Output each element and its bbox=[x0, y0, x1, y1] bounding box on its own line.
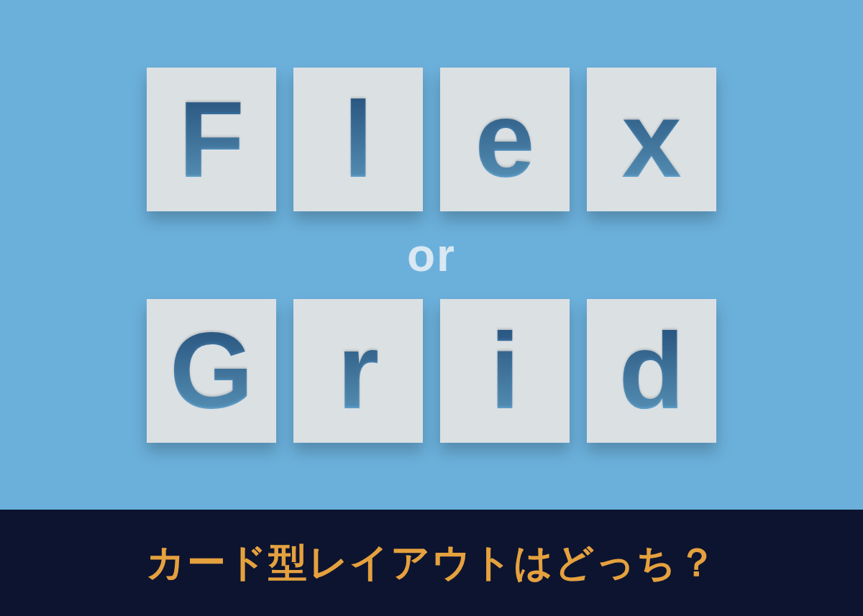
letter-g: G bbox=[170, 317, 254, 425]
letter-card-r: r bbox=[293, 299, 423, 443]
footer-section: カード型レイアウトはどっち？ bbox=[0, 510, 863, 616]
letter-card-i: i bbox=[440, 299, 570, 443]
letter-x: x bbox=[621, 86, 681, 193]
letter-card-x: x bbox=[587, 68, 716, 211]
letter-f: F bbox=[178, 86, 245, 193]
letter-card-l: l bbox=[293, 68, 423, 211]
or-separator: or bbox=[407, 229, 456, 282]
letter-r: r bbox=[337, 317, 379, 425]
page-container: F l e x or G r i d bbox=[0, 0, 863, 616]
footer-title: カード型レイアウトはどっち？ bbox=[146, 537, 718, 589]
bottom-card-row: G r i d bbox=[147, 299, 716, 443]
top-card-row: F l e x bbox=[147, 68, 716, 211]
letter-card-g: G bbox=[147, 299, 276, 443]
letter-d: d bbox=[618, 317, 685, 425]
letter-card-d: d bbox=[587, 299, 716, 443]
hero-section: F l e x or G r i d bbox=[0, 0, 863, 510]
letter-l: l bbox=[343, 86, 373, 193]
letter-card-f: F bbox=[147, 68, 276, 211]
letter-i: i bbox=[490, 317, 520, 425]
letter-e: e bbox=[475, 86, 534, 193]
letter-card-e: e bbox=[440, 68, 570, 211]
